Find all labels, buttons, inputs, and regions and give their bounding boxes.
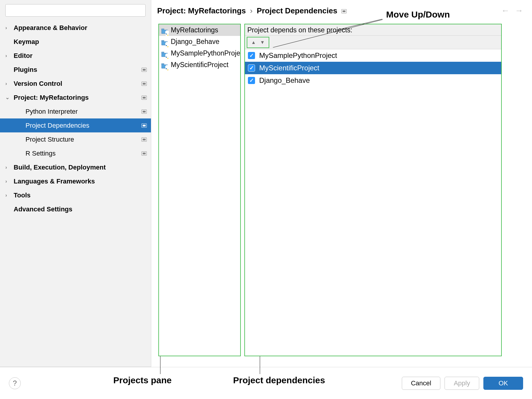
chevron-icon: › bbox=[5, 164, 14, 170]
dep-row-label: Django_Behave bbox=[259, 76, 310, 85]
scope-badge-icon bbox=[341, 9, 347, 13]
scope-badge-icon bbox=[141, 137, 147, 142]
chevron-icon: › bbox=[5, 53, 14, 59]
sidebar-item-label: Version Control bbox=[14, 80, 62, 88]
svg-rect-4 bbox=[162, 40, 164, 41]
sidebar-item-label: Editor bbox=[14, 52, 33, 60]
settings-sidebar: ›Appearance & Behavior›Keymap›Editor›Plu… bbox=[0, 0, 151, 367]
sidebar-item-tools[interactable]: ›Tools bbox=[0, 188, 151, 202]
forward-arrow-icon[interactable]: → bbox=[515, 6, 523, 15]
sidebar-item-label: Keymap bbox=[14, 38, 39, 46]
svg-point-5 bbox=[165, 44, 169, 48]
dep-row-myscientificproject[interactable]: ✓MyScientificProject bbox=[245, 62, 501, 74]
sidebar-item-keymap[interactable]: ›Keymap bbox=[0, 35, 151, 49]
sidebar-item-label: Project Dependencies bbox=[26, 122, 89, 129]
sidebar-item-label: Advanced Settings bbox=[14, 205, 72, 213]
checkbox-icon[interactable]: ✓ bbox=[248, 52, 255, 59]
scope-badge-icon bbox=[141, 82, 147, 86]
apply-button[interactable]: Apply bbox=[445, 377, 479, 390]
sidebar-item-label: Project Structure bbox=[26, 136, 74, 143]
sidebar-item-label: Languages & Frameworks bbox=[14, 178, 95, 185]
breadcrumb: Project: MyRefactorings › Project Depend… bbox=[157, 6, 523, 15]
project-row-myscientificproject[interactable]: MyScientificProject bbox=[159, 59, 240, 71]
sidebar-item-label: Python Interpreter bbox=[26, 108, 78, 115]
scope-badge-icon bbox=[141, 96, 147, 100]
breadcrumb-sep: › bbox=[250, 6, 253, 15]
deps-list: ✓MySamplePythonProject✓MyScientificProje… bbox=[245, 49, 501, 356]
scope-badge-icon bbox=[141, 110, 147, 114]
scope-badge-icon bbox=[141, 68, 147, 72]
sidebar-item-project-structure[interactable]: Project Structure bbox=[0, 132, 151, 146]
sidebar-item-python-interpreter[interactable]: Python Interpreter bbox=[0, 104, 151, 118]
settings-nav: ›Appearance & Behavior›Keymap›Editor›Plu… bbox=[0, 21, 151, 216]
chevron-icon: ⌄ bbox=[5, 94, 14, 101]
svg-point-3 bbox=[165, 33, 169, 36]
sidebar-item-build-execution-deployment[interactable]: ›Build, Execution, Deployment bbox=[0, 160, 151, 174]
svg-rect-6 bbox=[162, 52, 164, 53]
svg-point-7 bbox=[165, 56, 169, 59]
sidebar-item-label: Appearance & Behavior bbox=[14, 24, 87, 32]
annotation-stem-deps bbox=[260, 356, 260, 374]
sidebar-item-project-dependencies[interactable]: Project Dependencies bbox=[0, 118, 151, 132]
dep-row-django_behave[interactable]: ✓Django_Behave bbox=[245, 74, 501, 87]
project-row-label: MySamplePythonProject bbox=[171, 49, 241, 57]
sidebar-item-label: Tools bbox=[14, 191, 31, 199]
annotation-projectspane: Projects pane bbox=[113, 375, 172, 385]
dep-row-mysamplepythonproject[interactable]: ✓MySamplePythonProject bbox=[245, 49, 501, 62]
dep-row-label: MySamplePythonProject bbox=[259, 51, 337, 60]
project-row-label: MyRefactorings bbox=[171, 26, 218, 34]
move-updown-group: ▲ ▼ bbox=[247, 37, 269, 48]
breadcrumb-page[interactable]: Project Dependencies bbox=[257, 6, 337, 15]
project-row-label: Django_Behave bbox=[171, 38, 219, 46]
sidebar-item-r-settings[interactable]: R Settings bbox=[0, 146, 151, 160]
help-button[interactable]: ? bbox=[9, 377, 21, 389]
sidebar-item-version-control[interactable]: ›Version Control bbox=[0, 77, 151, 91]
project-row-mysamplepythonproject[interactable]: MySamplePythonProject bbox=[159, 48, 240, 59]
folder-icon bbox=[161, 62, 168, 68]
svg-point-9 bbox=[165, 67, 169, 71]
deps-toolbar: ▲ ▼ bbox=[245, 36, 501, 49]
scope-badge-icon bbox=[141, 124, 147, 128]
folder-icon bbox=[161, 28, 168, 33]
back-arrow-icon[interactable]: ← bbox=[501, 6, 509, 15]
annotation-stem-projects bbox=[160, 356, 160, 374]
search-input[interactable] bbox=[5, 4, 146, 17]
checkbox-icon[interactable]: ✓ bbox=[248, 64, 255, 72]
move-down-button[interactable]: ▼ bbox=[258, 40, 267, 45]
chevron-icon: › bbox=[5, 81, 14, 87]
chevron-icon: › bbox=[5, 25, 14, 31]
sidebar-item-advanced-settings[interactable]: ›Advanced Settings bbox=[0, 202, 151, 216]
chevron-icon: › bbox=[5, 192, 14, 198]
project-row-django_behave[interactable]: Django_Behave bbox=[159, 36, 240, 48]
sidebar-item-label: R Settings bbox=[26, 150, 56, 157]
annotation-projectdeps: Project dependencies bbox=[233, 375, 325, 385]
folder-icon bbox=[161, 51, 168, 56]
cancel-button[interactable]: Cancel bbox=[402, 377, 440, 390]
sidebar-item-appearance-behavior[interactable]: ›Appearance & Behavior bbox=[0, 21, 151, 35]
project-row-myrefactorings[interactable]: MyRefactorings bbox=[159, 24, 240, 36]
folder-icon bbox=[161, 39, 168, 45]
projects-pane: MyRefactoringsDjango_BehaveMySamplePytho… bbox=[158, 24, 241, 356]
deps-header-label: Project depends on these projects: bbox=[245, 24, 501, 36]
svg-rect-8 bbox=[162, 64, 164, 64]
sidebar-item-project-myrefactorings[interactable]: ⌄Project: MyRefactorings bbox=[0, 91, 151, 104]
scope-badge-icon bbox=[141, 151, 147, 156]
move-up-button[interactable]: ▲ bbox=[249, 40, 258, 45]
project-row-label: MyScientificProject bbox=[171, 61, 228, 69]
dependencies-pane: Project depends on these projects: ▲ ▼ ✓… bbox=[244, 24, 502, 356]
sidebar-item-label: Build, Execution, Deployment bbox=[14, 164, 106, 171]
sidebar-item-plugins[interactable]: ›Plugins bbox=[0, 63, 151, 77]
ok-button[interactable]: OK bbox=[483, 377, 523, 390]
chevron-icon: › bbox=[5, 178, 14, 184]
sidebar-item-label: Plugins bbox=[14, 66, 37, 74]
annotation-moveupdown: Move Up/Down bbox=[386, 10, 450, 20]
sidebar-item-label: Project: MyRefactorings bbox=[14, 94, 89, 102]
breadcrumb-project[interactable]: Project: MyRefactorings bbox=[157, 6, 246, 15]
sidebar-item-editor[interactable]: ›Editor bbox=[0, 49, 151, 63]
checkbox-icon[interactable]: ✓ bbox=[248, 77, 255, 84]
svg-rect-2 bbox=[162, 29, 164, 30]
sidebar-item-languages-frameworks[interactable]: ›Languages & Frameworks bbox=[0, 174, 151, 188]
dep-row-label: MyScientificProject bbox=[259, 64, 319, 72]
